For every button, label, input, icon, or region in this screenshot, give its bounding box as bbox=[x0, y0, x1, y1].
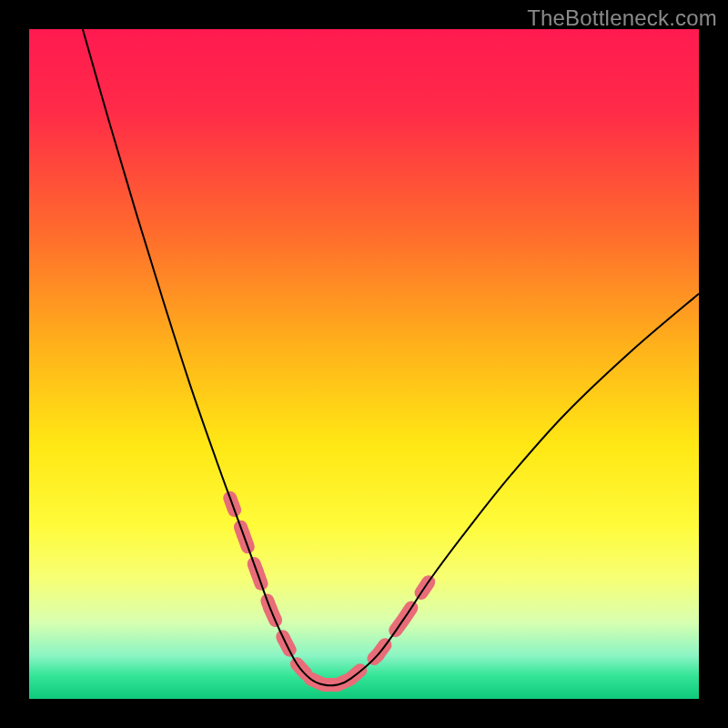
plot-area bbox=[29, 29, 699, 699]
watermark-text: TheBottleneck.com bbox=[527, 5, 717, 31]
curve-layer bbox=[29, 29, 699, 699]
highlight-segments bbox=[230, 498, 431, 684]
chart-frame: TheBottleneck.com bbox=[0, 0, 728, 728]
bottleneck-curve bbox=[83, 29, 699, 685]
